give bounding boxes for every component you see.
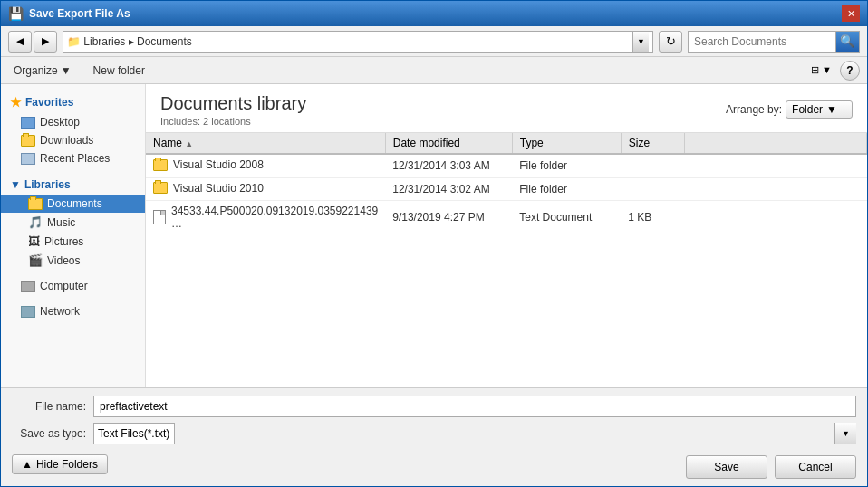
videos-icon: 🎬 (28, 253, 43, 267)
document-icon (153, 210, 166, 224)
help-button[interactable]: ? (840, 61, 860, 81)
action-buttons: Save Cancel (686, 455, 856, 479)
content-header: Documents library Includes: 2 locations … (146, 84, 867, 133)
documents-folder-icon (28, 198, 43, 210)
sidebar: ★ Favorites Desktop Downloads Recent Pla… (1, 84, 146, 387)
window-icon: 💾 (8, 6, 24, 21)
select-arrow-icon: ▼ (834, 423, 856, 444)
file-list: Name ▲ Date modified Type Size (146, 133, 867, 387)
file-name-label: File name: (12, 400, 93, 413)
file-table-body: Visual Studio 2008 12/31/2014 3:03 AM Fi… (146, 154, 867, 234)
sidebar-item-pictures[interactable]: 🖼 Pictures (1, 232, 145, 251)
file-type-row: Save as type: Text Files(*.txt) All File… (12, 423, 856, 444)
file-size-cell (621, 177, 684, 201)
libraries-header[interactable]: ▼ Libraries (1, 175, 145, 195)
hide-folders-arrow-icon: ▲ (22, 458, 33, 471)
file-table-header: Name ▲ Date modified Type Size (146, 133, 867, 154)
sidebar-item-music[interactable]: 🎵 Music (1, 213, 145, 232)
sidebar-item-videos[interactable]: 🎬 Videos (1, 251, 145, 270)
file-type-cell: File folder (512, 154, 621, 177)
file-name-row: File name: (12, 396, 856, 417)
favorites-header[interactable]: ★ Favorites (1, 91, 145, 113)
file-type-label: Save as type: (12, 427, 93, 440)
file-size-cell: 1 KB (621, 201, 684, 234)
new-folder-button[interactable]: New folder (88, 62, 150, 79)
recent-places-icon (21, 153, 35, 165)
search-icon: 🔍 (840, 34, 855, 48)
file-name-cell: 34533.44.P500020.09132019.0359221439 … (146, 201, 385, 234)
table-row[interactable]: Visual Studio 2008 12/31/2014 3:03 AM Fi… (146, 154, 867, 177)
refresh-button[interactable]: ↻ (659, 31, 682, 53)
save-dialog: 💾 Save Export File As ✕ ◀ ▶ 📁 Libraries … (0, 0, 868, 487)
libraries-expand-icon: ▼ (10, 178, 21, 191)
col-header-type[interactable]: Type (512, 133, 621, 154)
content-area: Documents library Includes: 2 locations … (146, 84, 867, 387)
file-name-cell: Visual Studio 2008 (146, 154, 385, 177)
main-content: ★ Favorites Desktop Downloads Recent Pla… (1, 84, 867, 387)
network-section: Network (1, 302, 145, 320)
view-icon: ⊞ (811, 64, 819, 75)
address-dropdown[interactable]: ▼ (632, 32, 649, 52)
back-button[interactable]: ◀ (8, 31, 32, 53)
nav-buttons: ◀ ▶ (8, 31, 57, 53)
file-size-cell (621, 154, 684, 177)
file-type-wrapper: Text Files(*.txt) All Files (*.*) ▼ (93, 423, 856, 444)
close-button[interactable]: ✕ (842, 5, 860, 22)
col-header-date[interactable]: Date modified (385, 133, 512, 154)
view-button[interactable]: ⊞ ▼ (806, 62, 836, 79)
file-date-cell: 12/31/2014 3:02 AM (385, 177, 512, 201)
file-date-cell: 12/31/2014 3:03 AM (385, 154, 512, 177)
save-button[interactable]: Save (686, 455, 767, 479)
favorites-section: ★ Favorites Desktop Downloads Recent Pla… (1, 91, 145, 167)
cancel-button[interactable]: Cancel (775, 455, 856, 479)
table-row[interactable]: 34533.44.P500020.09132019.0359221439 … 9… (146, 201, 867, 234)
title-bar-left: 💾 Save Export File As (8, 6, 130, 21)
computer-icon (21, 281, 35, 292)
organize-button[interactable]: Organize ▼ (8, 62, 77, 79)
sidebar-item-desktop[interactable]: Desktop (1, 113, 145, 131)
address-bar[interactable]: 📁 Libraries ▸ Documents ▼ (63, 31, 653, 53)
address-text: 📁 Libraries ▸ Documents (67, 35, 629, 48)
file-name-cell: Visual Studio 2010 (146, 177, 385, 201)
hide-folders-button[interactable]: ▲ Hide Folders (12, 454, 108, 474)
window-title: Save Export File As (29, 7, 130, 20)
search-button[interactable]: 🔍 (835, 32, 859, 52)
search-input[interactable] (689, 35, 835, 48)
file-type-select[interactable]: Text Files(*.txt) All Files (*.*) (93, 423, 175, 444)
toolbar-right: ⊞ ▼ ? (806, 61, 860, 81)
title-bar: 💾 Save Export File As ✕ (1, 1, 867, 26)
table-row[interactable]: Visual Studio 2010 12/31/2014 3:02 AM Fi… (146, 177, 867, 201)
col-header-size[interactable]: Size (621, 133, 684, 154)
sidebar-item-computer[interactable]: Computer (1, 277, 145, 295)
folder-icon (153, 159, 168, 171)
sidebar-item-recent-places[interactable]: Recent Places (1, 149, 145, 167)
computer-section: Computer (1, 277, 145, 295)
bottom-buttons-row: ▲ Hide Folders Save Cancel (12, 450, 856, 479)
forward-button[interactable]: ▶ (34, 31, 57, 53)
arrange-by: Arrange by: Folder ▼ (726, 100, 853, 119)
refresh-icon: ↻ (666, 34, 676, 48)
file-name-input[interactable] (93, 396, 856, 417)
network-icon (21, 306, 35, 318)
col-header-name[interactable]: Name ▲ (146, 133, 385, 154)
file-date-cell: 9/13/2019 4:27 PM (385, 201, 512, 234)
folder-icon (153, 182, 168, 194)
file-table: Name ▲ Date modified Type Size (146, 133, 867, 234)
sidebar-item-network[interactable]: Network (1, 302, 145, 320)
sort-arrow: ▲ (185, 139, 193, 148)
arrange-dropdown-arrow: ▼ (826, 103, 837, 116)
music-icon: 🎵 (28, 215, 43, 229)
libraries-section: ▼ Libraries Documents 🎵 Music 🖼 Pictures… (1, 175, 145, 270)
downloads-folder-icon (21, 135, 35, 147)
library-title: Documents library (160, 93, 306, 114)
file-type-cell: File folder (512, 177, 621, 201)
pictures-icon: 🖼 (28, 234, 40, 248)
library-info: Documents library Includes: 2 locations (160, 93, 306, 127)
library-subtitle: Includes: 2 locations (160, 116, 306, 127)
sidebar-item-documents[interactable]: Documents (1, 195, 145, 213)
view-dropdown-icon: ▼ (822, 64, 832, 75)
col-header-extra (684, 133, 866, 154)
arrange-dropdown[interactable]: Folder ▼ (786, 100, 853, 119)
sidebar-item-downloads[interactable]: Downloads (1, 131, 145, 149)
search-box: 🔍 (688, 31, 860, 53)
